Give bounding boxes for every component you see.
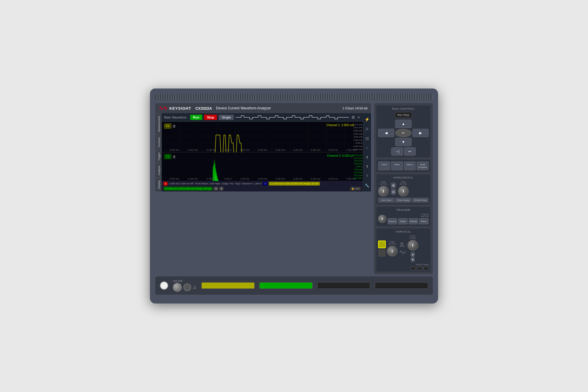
channel2-slot[interactable] <box>259 282 313 289</box>
trigger-sweep-button[interactable]: Sweep <box>409 218 418 224</box>
channel3-slot[interactable] <box>317 282 370 289</box>
waveform-tools-icon[interactable]: ⚙ <box>351 114 356 120</box>
usb-port-2[interactable] <box>417 267 422 270</box>
sidebar-item-function[interactable]: Function <box>155 134 162 150</box>
stop-button[interactable]: Stop <box>204 115 217 120</box>
clear-display-button[interactable]: Clear Display <box>395 198 412 203</box>
nav-right-button[interactable]: ▶ <box>412 129 429 137</box>
download-icon[interactable]: ⬇ <box>366 155 369 159</box>
t-label: 7.00 ms <box>346 177 356 180</box>
channel1-select-box[interactable] <box>378 241 386 248</box>
trigger-level-knob[interactable] <box>378 215 386 223</box>
ch2-info[interactable]: 2 5.000 μV/ 0.000 A 500 kHz Range: 200 μ… <box>163 187 213 191</box>
vertical-title: Vertical <box>378 230 429 233</box>
split-icon[interactable]: ⊟ <box>365 136 369 141</box>
t-label: -3.00 ms <box>169 149 179 151</box>
nav-back-button[interactable]: →| <box>391 147 403 156</box>
channel2-time-axis: -3.00 ms -2.00 ms -1.00 ms 0.00 s 1.00 m… <box>162 177 363 180</box>
vertical-controls: Pushfor Fine Pushto Z <box>378 235 429 262</box>
v-label: -15.0 μA <box>353 174 362 177</box>
run-button[interactable]: Run <box>190 115 202 120</box>
trigger-slope-button[interactable]: Slope <box>398 218 408 224</box>
channel1-delete-icon[interactable]: 🗑 <box>173 124 176 128</box>
channel1-voltage-axis: 12.0 mA 10.0 mA 8.00 mA 6.00 mA 4.00 mA … <box>353 122 362 152</box>
trigger-wave-indicator <box>235 114 349 120</box>
horiz-nav-btn[interactable]: ⊞ <box>391 183 396 188</box>
vertical-position-knob[interactable] <box>387 246 397 256</box>
channel2-delete-icon[interactable]: 🗑 <box>173 155 176 159</box>
trig-channel: Channel 4: 1.600 V <box>242 182 262 185</box>
usb-ports-right <box>378 267 429 270</box>
channel1-badge[interactable]: C1 <box>164 124 171 129</box>
horizontal-scale-knob[interactable] <box>398 186 409 196</box>
math-icon[interactable]: ∫x <box>366 127 368 131</box>
aux-knob2[interactable] <box>183 283 191 291</box>
channel2-badge[interactable]: C2 <box>164 154 171 159</box>
aux-connector[interactable] <box>173 283 182 292</box>
channel-icon-red[interactable]: ⚡ <box>365 117 370 122</box>
channel1-label: C1 🗑 <box>164 124 176 129</box>
tools-button[interactable]: Tools <box>378 161 390 170</box>
function-buttons-section: Tools View Menu Multi Purpose <box>376 160 430 172</box>
nav-left-button[interactable]: ◀ <box>378 129 394 137</box>
nav-cluster: ▲ ◀ ↵ ▶ ▼ <box>378 120 429 146</box>
trigger-btn-row: Source Slope Sweep Menu <box>387 218 429 224</box>
help-icon[interactable]: ? <box>366 174 368 179</box>
channel-indicator-badge: 1 <box>163 182 168 186</box>
t-label: -1.00 ms <box>206 149 216 151</box>
v-label: 12.0 mA <box>353 123 362 126</box>
v-label: 15.0 μA <box>353 157 362 159</box>
zoom-icon[interactable]: ≈ <box>366 146 368 150</box>
t-label: 4.00 ms <box>293 177 303 180</box>
time-scale-info: 1.000 ms/ 2.000 ms HR <box>169 182 193 185</box>
horiz-nav-btn2[interactable]: ⊟ <box>391 189 396 195</box>
status-bar: 1 1.000 ms/ 2.000 ms HR 75.00 MSa/s 1.00… <box>162 181 363 191</box>
nav-up-button[interactable]: ▲ <box>395 120 411 128</box>
ch3-badge[interactable]: 3 <box>214 187 218 191</box>
t-label: 6.00 ms <box>329 177 338 180</box>
usb-port-3[interactable] <box>423 267 429 270</box>
channel4-slot[interactable] <box>375 282 428 289</box>
wrench-icon[interactable]: 🔧 <box>365 184 369 188</box>
knob-indicator <box>383 190 384 193</box>
trigger-knob-indicator <box>382 217 382 220</box>
nav-undo-button[interactable]: ↩ <box>404 147 416 156</box>
waveform-window-title: Main Waveform <box>164 116 187 119</box>
brand-name: KEYSIGHT <box>169 106 191 111</box>
upload-icon[interactable]: ⬆ <box>366 164 369 169</box>
sidebar-item-display[interactable]: Display <box>155 178 162 191</box>
channel2-select-box[interactable] <box>378 249 386 257</box>
screen-container: Measurement Function Trigger Analysis Di… <box>155 113 371 191</box>
sine-wave-icon <box>399 249 406 256</box>
t-label: 0.00 s <box>225 177 232 180</box>
sidebar-item-measurement[interactable]: Measurement <box>155 113 162 134</box>
multi-purpose-button[interactable]: Multi Purpose <box>417 161 429 170</box>
trigger-source-button[interactable]: Source <box>387 218 397 224</box>
usb-port-1[interactable] <box>410 267 416 270</box>
vert-down-btn[interactable]: ▼ <box>411 257 415 262</box>
run-control-section: Run Control Run /Stop ▲ ◀ ↵ ▶ ▼ <box>376 106 430 157</box>
single-button[interactable]: Single <box>219 115 234 120</box>
trigger-menu-button[interactable]: Menu <box>419 218 429 224</box>
ch1-info[interactable]: 1 2.000 mA/ 4.000 mA 500 kHz Range: 20 m… <box>269 182 320 186</box>
waveform-close-icon[interactable]: × <box>357 114 360 120</box>
warning-icon: ⚠ <box>193 285 197 290</box>
power-button[interactable] <box>160 281 168 290</box>
ch4-badge[interactable]: 4 <box>219 187 223 191</box>
trigger-title: Trigger <box>378 208 429 211</box>
sidebar-item-analysis[interactable]: Analysis <box>155 163 162 178</box>
vert-up-btn[interactable]: ▲ <box>411 252 415 257</box>
aux-out-label: Aux Out <box>173 279 197 282</box>
horizontal-position-knob[interactable] <box>378 186 389 196</box>
channel1-slot[interactable] <box>201 282 255 289</box>
default-setup-button[interactable]: Default Setup <box>412 198 429 203</box>
auto-scale-button[interactable]: Auto Scale <box>378 198 395 203</box>
nav-down-button[interactable]: ▼ <box>395 138 411 146</box>
nav-enter-button[interactable]: ↵ <box>395 129 411 137</box>
d-button[interactable]: D <box>263 182 268 186</box>
sidebar-item-trigger[interactable]: Trigger <box>155 150 162 163</box>
view-button[interactable]: View <box>391 161 403 170</box>
vertical-scale-knob[interactable] <box>407 240 418 251</box>
menu-button[interactable]: Menu <box>404 161 416 170</box>
t-label: 2.00 ms <box>258 177 267 180</box>
